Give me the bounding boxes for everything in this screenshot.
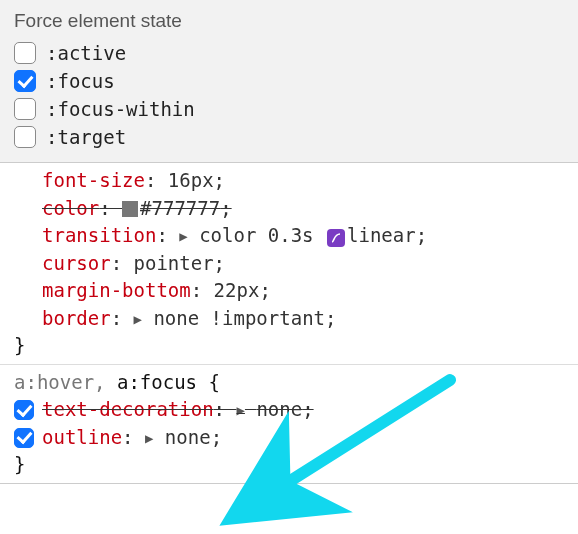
decl-content: margin-bottom: 22px; (42, 277, 271, 305)
close-brace: } (14, 451, 570, 479)
decl-content: border: ▶ none !important; (42, 305, 336, 333)
decl-content: cursor: pointer; (42, 250, 225, 278)
css-value[interactable]: 16px (168, 169, 214, 191)
decl-content: font-size: 16px; (42, 167, 225, 195)
declaration-row[interactable]: margin-bottom: 22px; (14, 277, 570, 305)
css-property[interactable]: transition (42, 224, 156, 246)
css-value[interactable]: linear (347, 224, 416, 246)
decl-content: transition: ▶ color 0.3s linear; (42, 222, 427, 250)
expand-triangle-icon[interactable]: ▶ (145, 430, 153, 446)
css-value[interactable]: 22px (214, 279, 260, 301)
css-value[interactable]: #777777 (140, 197, 220, 219)
declaration-row[interactable]: text-decoration: ▶ none; (14, 396, 570, 424)
close-brace: } (14, 332, 570, 360)
css-value[interactable]: none (256, 398, 302, 420)
state-label-target: :target (46, 126, 126, 148)
decl-content: text-decoration: ▶ none; (42, 396, 314, 424)
css-property[interactable]: cursor (42, 252, 111, 274)
force-state-panel: Force element state :active:focus:focus-… (0, 0, 578, 163)
expand-triangle-icon[interactable]: ▶ (134, 311, 142, 327)
decl-checkbox[interactable] (14, 400, 34, 420)
panel-title: Force element state (14, 10, 564, 32)
checkbox-focus-within[interactable] (14, 98, 36, 120)
declaration-row[interactable]: transition: ▶ color 0.3s linear; (14, 222, 570, 250)
checkbox-active[interactable] (14, 42, 36, 64)
declaration-row[interactable]: cursor: pointer; (14, 250, 570, 278)
css-property[interactable]: margin-bottom (42, 279, 191, 301)
declaration-row[interactable]: outline: ▶ none; (14, 424, 570, 452)
css-value[interactable]: none !important (153, 307, 325, 329)
css-rule: font-size: 16px;color: #777777;transitio… (0, 163, 578, 365)
state-row-focus-within[interactable]: :focus-within (14, 98, 564, 120)
checkbox-target[interactable] (14, 126, 36, 148)
css-rule: a:hover, a:focus {text-decoration: ▶ non… (0, 365, 578, 484)
css-value[interactable]: color 0.3s (199, 224, 325, 246)
easing-icon[interactable] (327, 229, 345, 247)
state-label-focus: :focus (46, 70, 115, 92)
css-property[interactable]: text-decoration (42, 398, 214, 420)
css-value[interactable]: none (165, 426, 211, 448)
color-swatch[interactable] (122, 201, 138, 217)
decl-content: outline: ▶ none; (42, 424, 222, 452)
styles-pane: font-size: 16px;color: #777777;transitio… (0, 163, 578, 484)
state-row-active[interactable]: :active (14, 42, 564, 64)
css-property[interactable]: border (42, 307, 111, 329)
css-value[interactable]: pointer (134, 252, 214, 274)
declaration-row[interactable]: font-size: 16px; (14, 167, 570, 195)
selector-dim: a:hover, (14, 371, 117, 393)
css-property[interactable]: color (42, 197, 99, 219)
expand-triangle-icon[interactable]: ▶ (179, 228, 187, 244)
state-label-active: :active (46, 42, 126, 64)
open-brace: { (197, 371, 220, 393)
selector-line[interactable]: a:hover, a:focus { (14, 369, 570, 397)
selector-strong: a:focus (117, 371, 197, 393)
decl-content: color: #777777; (42, 195, 232, 223)
css-property[interactable]: font-size (42, 169, 145, 191)
state-row-focus[interactable]: :focus (14, 70, 564, 92)
expand-triangle-icon[interactable]: ▶ (236, 402, 244, 418)
checkbox-focus[interactable] (14, 70, 36, 92)
state-row-target[interactable]: :target (14, 126, 564, 148)
decl-checkbox[interactable] (14, 428, 34, 448)
css-property[interactable]: outline (42, 426, 122, 448)
declaration-row[interactable]: color: #777777; (14, 195, 570, 223)
declaration-row[interactable]: border: ▶ none !important; (14, 305, 570, 333)
state-label-focus-within: :focus-within (46, 98, 195, 120)
